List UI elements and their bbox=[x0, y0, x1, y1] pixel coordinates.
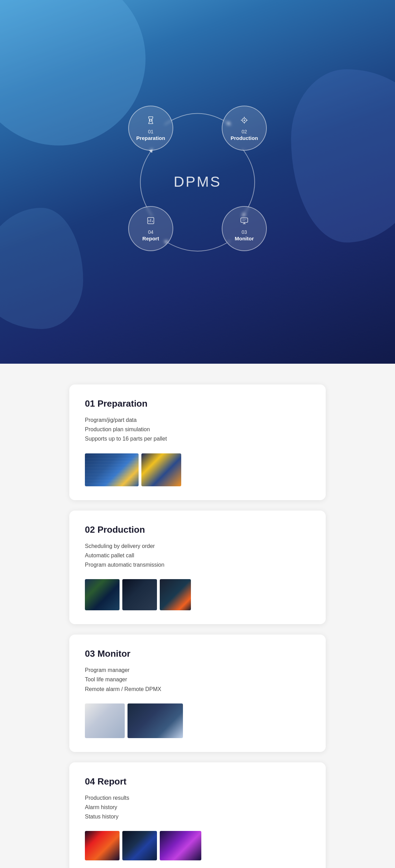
screenshot-prod-1 bbox=[85, 579, 120, 610]
feature-item: Production results bbox=[85, 793, 310, 803]
production-number: 02 bbox=[242, 129, 247, 134]
card-production-features: Scheduling by delivery order Automatic p… bbox=[85, 541, 310, 570]
screenshot-mon-1 bbox=[85, 703, 125, 738]
report-icon bbox=[146, 216, 156, 228]
hero-section: DPMS 01 Preparation bbox=[0, 0, 395, 364]
feature-item: Program automatic transmission bbox=[85, 560, 310, 569]
production-icon bbox=[239, 115, 249, 127]
cards-section: 01 Preparation Program/jig/part data Pro… bbox=[0, 364, 395, 868]
card-report-title: 04 Report bbox=[85, 776, 310, 787]
screenshot-rep-1 bbox=[85, 831, 120, 860]
monitor-screenshots bbox=[85, 703, 310, 738]
feature-item: Remote alarm / Remote DPMX bbox=[85, 684, 310, 694]
card-report-features: Production results Alarm history Status … bbox=[85, 793, 310, 822]
svg-point-0 bbox=[150, 119, 152, 121]
node-preparation: 01 Preparation bbox=[128, 106, 173, 151]
node-production: 02 Production bbox=[222, 106, 267, 151]
card-preparation-title: 01 Preparation bbox=[85, 398, 310, 409]
preparation-icon bbox=[146, 115, 156, 127]
monitor-icon bbox=[239, 216, 249, 228]
feature-item: Automatic pallet call bbox=[85, 551, 310, 560]
dpms-center-label: DPMS bbox=[174, 174, 221, 190]
dpms-diagram: DPMS 01 Preparation bbox=[107, 92, 288, 272]
node-report: 04 Report bbox=[128, 206, 173, 251]
production-label: Production bbox=[230, 135, 258, 141]
card-report: 04 Report Production results Alarm histo… bbox=[69, 762, 326, 868]
card-monitor-title: 03 Monitor bbox=[85, 648, 310, 659]
decorative-blob bbox=[0, 208, 83, 329]
feature-item: Scheduling by delivery order bbox=[85, 541, 310, 551]
preparation-screenshots bbox=[85, 453, 310, 486]
screenshot-prep-1 bbox=[85, 453, 139, 486]
feature-item: Status history bbox=[85, 812, 310, 821]
card-preparation: 01 Preparation Program/jig/part data Pro… bbox=[69, 384, 326, 500]
feature-item: Program manager bbox=[85, 665, 310, 675]
screenshot-rep-2 bbox=[122, 831, 157, 860]
svg-rect-11 bbox=[241, 218, 248, 222]
monitor-number: 03 bbox=[242, 229, 247, 235]
screenshot-mon-2 bbox=[128, 703, 183, 738]
report-screenshots bbox=[85, 831, 310, 860]
card-monitor-features: Program manager Tool life manager Remote… bbox=[85, 665, 310, 694]
screenshot-rep-3 bbox=[160, 831, 201, 860]
preparation-number: 01 bbox=[148, 129, 153, 134]
preparation-label: Preparation bbox=[136, 135, 165, 141]
report-number: 04 bbox=[148, 229, 153, 235]
screenshot-prod-3 bbox=[160, 579, 191, 610]
feature-item: Supports up to 16 parts per pallet bbox=[85, 434, 310, 443]
card-production: 02 Production Scheduling by delivery ord… bbox=[69, 511, 326, 625]
report-label: Report bbox=[142, 236, 159, 241]
card-preparation-features: Program/jig/part data Production plan si… bbox=[85, 415, 310, 444]
node-monitor: 03 Monitor bbox=[222, 206, 267, 251]
screenshot-prod-2 bbox=[122, 579, 157, 610]
production-screenshots bbox=[85, 579, 310, 610]
screenshot-prep-2 bbox=[141, 453, 181, 486]
card-production-title: 02 Production bbox=[85, 524, 310, 535]
feature-item: Production plan simulation bbox=[85, 425, 310, 434]
monitor-label: Monitor bbox=[235, 236, 254, 241]
feature-item: Alarm history bbox=[85, 803, 310, 812]
card-monitor: 03 Monitor Program manager Tool life man… bbox=[69, 635, 326, 752]
feature-item: Tool life manager bbox=[85, 675, 310, 684]
svg-point-2 bbox=[244, 119, 245, 121]
feature-item: Program/jig/part data bbox=[85, 415, 310, 425]
